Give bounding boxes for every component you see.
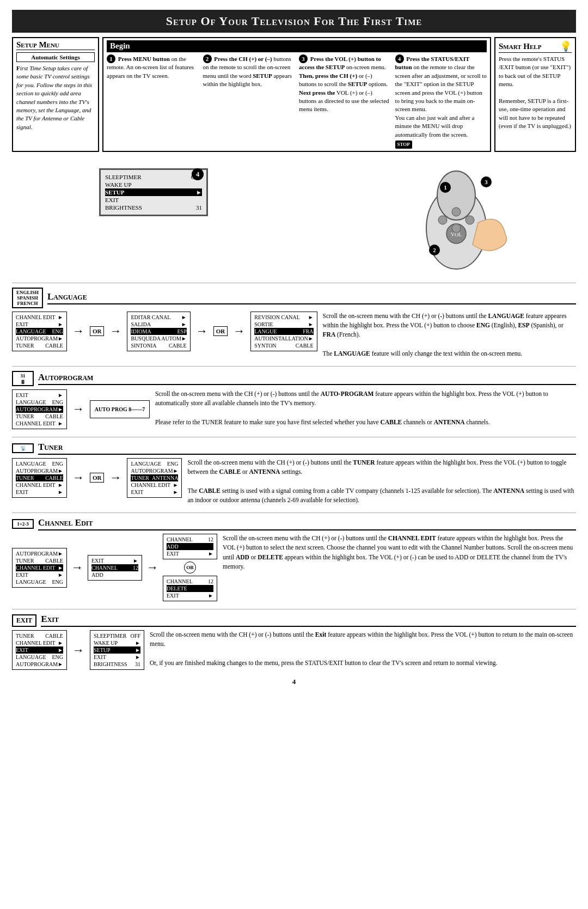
exit-menus: TUNERCABLE CHANNEL EDIT► EXIT► LANGUAGEE… <box>12 630 144 670</box>
auto-prog-label: AUTO PROG 8——7 <box>94 406 146 412</box>
tv-menu-setup: SETUP► <box>105 188 202 196</box>
language-icon: ENGLISHSPANISHFRENCH <box>12 288 43 308</box>
ch-m2-r1: EXIT► <box>91 557 138 564</box>
language-content: CHANNEL EDIT► EXIT► LANGUAGEENG AUTOPROG… <box>12 312 576 358</box>
tuner-section-header: 📡 Tuner <box>12 442 576 455</box>
setup-menu-title: Setup Menu <box>16 40 95 50</box>
language-desc: Scroll the on-screen menu with the CH (+… <box>323 312 576 358</box>
ch-edit-menu-2: EXIT► CHANNEL12 ADD <box>88 555 142 581</box>
ch-arrow-2: → <box>144 560 161 575</box>
channel-edit-title: Channel Edit <box>38 517 576 530</box>
lang-m1-r4: AUTOPROGRAM► <box>16 335 63 342</box>
lang-m3-r2: SORTIE► <box>254 321 313 328</box>
tuner-icon: 📡 <box>12 443 34 453</box>
step-1: 1 Press MENU button on the remote. An on… <box>107 54 199 149</box>
lang-m1-r5: TUNERCABLE <box>16 342 63 349</box>
exit-m2-r4: EXIT► <box>94 654 140 661</box>
step-3-num: 3 <box>299 54 308 63</box>
autoprogram-title: Autoprogram <box>38 372 576 385</box>
svg-point-5 <box>465 216 474 224</box>
auto-m1-r1: EXIT► <box>16 392 63 399</box>
ch-m3a-r1: CHANNEL12 <box>167 536 213 543</box>
ch-m1-r1: AUTOPROGRAM► <box>16 550 63 557</box>
lang-or-1: OR <box>90 326 105 336</box>
tuner-m1-r5: EXIT► <box>16 489 63 496</box>
step-1-num: 1 <box>107 54 115 63</box>
autoprogram-menu-2: AUTO PROG 8——7 <box>90 400 150 418</box>
ch-menu-3-stack: CHANNEL12 ADD EXIT► OR CHANNEL12 DELETE … <box>163 534 217 601</box>
auto-m1-r4: TUNERCABLE <box>16 413 63 420</box>
auto-arrow-1: → <box>70 402 87 416</box>
step-3: 3 Press the VOL (+) button to access the… <box>299 54 391 149</box>
tv-menu-wakeup: WAKE UP <box>105 181 202 188</box>
exit-icon: EXIT <box>12 614 36 627</box>
tuner-m2-r4: CHANNEL EDIT► <box>131 481 178 489</box>
steps-row: 1 Press MENU button on the remote. An on… <box>107 54 487 149</box>
channel-edit-header: 1+2-3 Channel Edit <box>12 517 576 530</box>
page-number: 4 <box>12 678 576 686</box>
tuner-m1-r2: AUTOPROGRAM► <box>16 467 63 474</box>
exit-desc: Scroll the on-screen menu with the CH (+… <box>150 630 576 668</box>
stop-badge: STOP <box>395 141 412 149</box>
tuner-m1-r4: CHANNEL EDIT► <box>16 481 63 489</box>
bubble-4: 4 <box>192 168 204 180</box>
exit-arrow-1: → <box>70 643 87 657</box>
language-menu-3: REVISION CANAL► SORTIE► LANGUEFRA AUTOIN… <box>250 312 317 351</box>
remote-svg: VOL 1 2 3 <box>402 157 511 272</box>
exit-menu-1: TUNERCABLE CHANNEL EDIT► EXIT► LANGUAGEE… <box>12 630 67 670</box>
lang-m1-r1: CHANNEL EDIT► <box>16 314 63 321</box>
language-menu-2: EDITAR CANAL► SALIDA► IDIOMAESP BUSQUEDA… <box>127 312 190 351</box>
lang-m1-r2: EXIT► <box>16 321 63 328</box>
exit-m1-r3: EXIT► <box>16 646 63 654</box>
lang-m2-r5: SINTONIACABLE <box>131 342 186 349</box>
smart-help-text: Press the remote's STATUS /EXIT button (… <box>499 55 572 131</box>
exit-m1-r5: AUTOPROGRAM► <box>16 661 63 668</box>
ch-arrow-1: → <box>69 560 85 575</box>
ch-m3a-r3: EXIT► <box>167 550 213 557</box>
remote-illustration: VOL 1 2 3 <box>402 157 511 272</box>
autoprogram-section-header: 31▓ Autoprogram <box>12 371 576 386</box>
tuner-or-1: OR <box>90 473 105 483</box>
ch-or-circle: OR <box>184 562 196 574</box>
lang-m1-r3: LANGUAGEENG <box>16 328 63 335</box>
tuner-desc: Scroll the on-screen menu with the CH (+… <box>187 458 576 505</box>
language-section: ENGLISHSPANISHFRENCH Language CHANNEL ED… <box>12 288 576 358</box>
lang-arrow-3: → <box>194 324 210 338</box>
lang-m2-r1: EDITAR CANAL► <box>131 314 186 321</box>
language-section-header: ENGLISHSPANISHFRENCH Language <box>12 288 576 308</box>
lang-m3-r3: LANGUEFRA <box>254 328 313 335</box>
lang-arrow-1: → <box>70 324 87 338</box>
ch-m1-r2: TUNERCABLE <box>16 557 63 564</box>
step-2: 2 Press the CH (+) or (–) buttons on the… <box>203 54 295 149</box>
auto-m1-r3: AUTOPROGRAM► <box>16 406 63 413</box>
autoprogram-desc: Scroll the on-screen menu with the CH (+… <box>155 389 576 427</box>
channel-edit-menus: AUTOPROGRAM► TUNERCABLE CHANNEL EDIT► EX… <box>12 534 217 601</box>
exit-m2-r2: WAKE UP► <box>94 639 140 646</box>
lang-m2-r4: BUSQUEDA AUTOM► <box>131 335 186 342</box>
autoprogram-menus: EXIT► LANGUAGEENG AUTOPROGRAM► TUNERCABL… <box>12 389 150 429</box>
ch-m1-r5: LANGUAGEENG <box>16 578 63 585</box>
lang-m3-r4: AUTOINSTALLATION► <box>254 335 313 342</box>
ch-edit-menu-3a: CHANNEL12 ADD EXIT► <box>163 534 217 559</box>
channel-edit-desc: Scroll the on-screen menu with the CH (+… <box>223 534 576 571</box>
svg-point-7 <box>452 224 461 233</box>
lang-m3-r5: SYNTONCABLE <box>254 342 313 349</box>
lang-m2-r3: IDIOMAESP <box>131 328 186 335</box>
channel-edit-content: AUTOPROGRAM► TUNERCABLE CHANNEL EDIT► EX… <box>12 534 576 601</box>
svg-text:2: 2 <box>433 247 436 253</box>
language-menus: CHANNEL EDIT► EXIT► LANGUAGEENG AUTOPROG… <box>12 312 317 351</box>
tuner-m1-r3: TUNERCABLE <box>16 474 63 481</box>
lang-m3-r1: REVISION CANAL► <box>254 314 313 321</box>
svg-point-4 <box>438 216 447 224</box>
lang-or-2: OR <box>213 326 228 336</box>
svg-point-6 <box>452 208 461 216</box>
exit-content: TUNERCABLE CHANNEL EDIT► EXIT► LANGUAGEE… <box>12 630 576 670</box>
tuner-title: Tuner <box>38 442 576 455</box>
auto-settings-text: First Time Setup takes care of some basi… <box>16 64 95 131</box>
autoprogram-section: 31▓ Autoprogram EXIT► LANGUAGEENG AUTOPR… <box>12 371 576 429</box>
tuner-menu-1: LANGUAGEENG AUTOPROGRAM► TUNERCABLE CHAN… <box>12 458 67 498</box>
language-menu-1: CHANNEL EDIT► EXIT► LANGUAGEENG AUTOPROG… <box>12 312 67 351</box>
step-4-num: 4 <box>395 54 404 63</box>
tuner-m2-r5: EXIT► <box>131 489 178 496</box>
lang-arrow-2: → <box>107 324 124 338</box>
